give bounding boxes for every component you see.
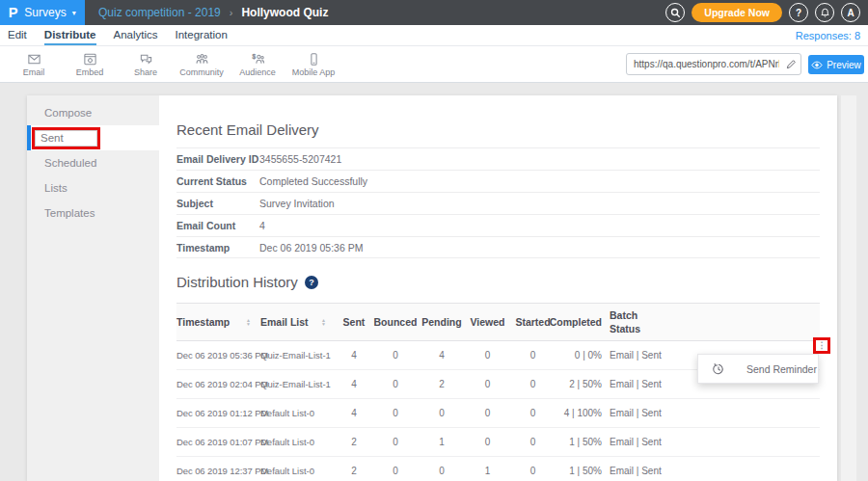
search-button[interactable] (665, 3, 685, 22)
sidebar-item-compose[interactable]: Compose (27, 100, 159, 125)
sidebar-item-scheduled[interactable]: Scheduled (27, 150, 159, 175)
cell-started: 0 (510, 466, 556, 476)
cell-bounced: 0 (372, 379, 419, 389)
avatar[interactable]: A (841, 3, 860, 22)
channel-email[interactable]: Email (6, 52, 62, 77)
breadcrumb-parent-link[interactable]: Quiz competition - 2019 (98, 6, 221, 19)
distribution-history-title: Distribution History (176, 274, 298, 290)
channel-mobile-app-label: Mobile App (292, 67, 336, 77)
col-timestamp-label: Timestamp (176, 316, 230, 328)
cell-started: 0 (510, 408, 556, 418)
col-pending: Pending (419, 316, 465, 328)
sort-icon[interactable]: ▲▼ (246, 318, 251, 326)
cell-bounced: 0 (372, 408, 419, 418)
row-menu-button[interactable]: ⋮ (813, 337, 830, 354)
cell-email-list: Quiz-Email-List-1 (260, 350, 336, 361)
help-circle-icon[interactable]: ? (305, 276, 318, 289)
cell-timestamp: Dec 06 2019 01:12 PM (176, 408, 260, 418)
questionpro-logo-icon: P (9, 6, 18, 19)
dollar-people-icon: $ (250, 52, 266, 67)
distribution-table-header: Timestamp ▲▼ Email List ▲▼ Sent Bounced … (176, 303, 820, 341)
channel-audience[interactable]: $ Audience (230, 52, 285, 77)
col-timestamp[interactable]: Timestamp ▲▼ (176, 316, 260, 328)
cell-completed: 1 | 50% (556, 437, 610, 447)
sidebar-item-lists[interactable]: Lists (27, 175, 159, 200)
cell-bounced: 0 (372, 466, 419, 476)
content-card: Compose Sent Scheduled Lists Templates R… (27, 95, 837, 481)
kebab-menu-icon: ⋮ (818, 341, 827, 350)
sort-icon[interactable]: ▲▼ (321, 318, 326, 326)
info-row-email-count: Email Count 4 (176, 214, 820, 236)
survey-url-input[interactable] (627, 59, 781, 69)
channel-mobile-app[interactable]: Mobile App (285, 52, 341, 77)
cell-completed: 4 | 100% (556, 408, 610, 418)
annotation-box-sent: Sent (32, 127, 100, 149)
cell-started: 0 (510, 437, 556, 447)
info-row-current-status: Current Status Completed Successfully (176, 170, 820, 192)
svg-text:$: $ (252, 52, 256, 59)
survey-url-box (626, 53, 801, 75)
tab-integration[interactable]: Integration (176, 25, 228, 45)
upgrade-now-button[interactable]: Upgrade Now (692, 3, 782, 22)
info-label: Timestamp (176, 242, 259, 254)
responses-count[interactable]: Responses: 8 (796, 30, 860, 41)
cell-viewed: 0 (465, 379, 510, 389)
top-header-bar: P Surveys ▾ Quiz competition - 2019 › Ho… (0, 0, 868, 25)
cell-viewed: 0 (465, 408, 510, 418)
cell-started: 0 (510, 350, 556, 361)
notifications-button[interactable] (815, 3, 834, 22)
channel-email-label: Email (23, 67, 45, 77)
col-email-list-label: Email List (260, 316, 309, 328)
channel-share[interactable]: Share (118, 52, 174, 77)
col-viewed: Viewed (465, 316, 510, 328)
table-row: Dec 06 2019 01:12 PM Default List-0 4 0 … (176, 399, 820, 428)
info-value: 4 (259, 220, 265, 231)
cell-batch-status: Email | Sent (610, 437, 687, 447)
cell-bounced: 0 (372, 437, 419, 447)
info-row-subject: Subject Survey Invitation (176, 192, 820, 214)
cell-email-list: Quiz-Email-List-1 (260, 379, 336, 389)
tab-distribute[interactable]: Distribute (44, 25, 96, 45)
reminder-clock-icon (712, 362, 725, 376)
distribution-history-header: Distribution History ? (176, 274, 820, 290)
sidebar-item-templates[interactable]: Templates (27, 200, 159, 226)
embed-window-gear-icon (82, 52, 98, 67)
help-button[interactable]: ? (789, 3, 808, 22)
cell-completed: 0 | 0% (556, 350, 610, 361)
table-row: Dec 06 2019 01:07 PM Default List-0 2 0 … (176, 428, 820, 457)
col-batch-status: Batch Status (610, 308, 687, 335)
nav-tabs: Edit Distribute Analytics Integration (8, 25, 228, 45)
sidebar-item-sent[interactable]: Sent (27, 125, 159, 150)
cell-completed: 2 | 50% (556, 379, 610, 389)
email-sidebar: Compose Sent Scheduled Lists Templates (27, 95, 159, 481)
channel-embed[interactable]: Embed (62, 52, 118, 77)
cell-sent: 4 (336, 379, 372, 389)
channel-community-label: Community (179, 67, 224, 77)
info-label: Subject (176, 198, 259, 209)
cell-email-list: Default List-0 (260, 466, 336, 476)
chevron-down-icon: ▾ (72, 9, 76, 17)
cell-sent: 2 (336, 466, 372, 476)
cell-viewed: 0 (465, 350, 510, 361)
send-reminder-menu-item[interactable]: Send Reminder (746, 363, 817, 375)
bell-icon (820, 7, 830, 18)
edit-url-button[interactable] (781, 59, 800, 69)
row-context-menu: Send Reminder (697, 354, 819, 384)
col-email-list[interactable]: Email List ▲▼ (260, 316, 336, 328)
channel-community[interactable]: Community (174, 52, 230, 77)
eye-icon (811, 61, 823, 69)
survey-nav-bar: Edit Distribute Analytics Integration Re… (0, 25, 868, 46)
header-actions: Upgrade Now ? A (665, 0, 868, 25)
surveys-menu[interactable]: P Surveys ▾ (0, 0, 85, 25)
tab-analytics[interactable]: Analytics (114, 25, 158, 45)
avatar-initial: A (847, 8, 854, 18)
info-value: Completed Successfully (259, 175, 367, 187)
preview-button[interactable]: Preview (808, 55, 864, 74)
channel-share-label: Share (134, 67, 157, 77)
cell-pending: 4 (419, 350, 465, 361)
channel-buttons: Email Embed Share Community $ Audience M… (0, 52, 341, 77)
envelope-icon (26, 52, 42, 67)
cell-viewed: 1 (465, 466, 510, 476)
right-scroll-gutter[interactable] (841, 95, 856, 481)
tab-edit[interactable]: Edit (8, 25, 27, 45)
